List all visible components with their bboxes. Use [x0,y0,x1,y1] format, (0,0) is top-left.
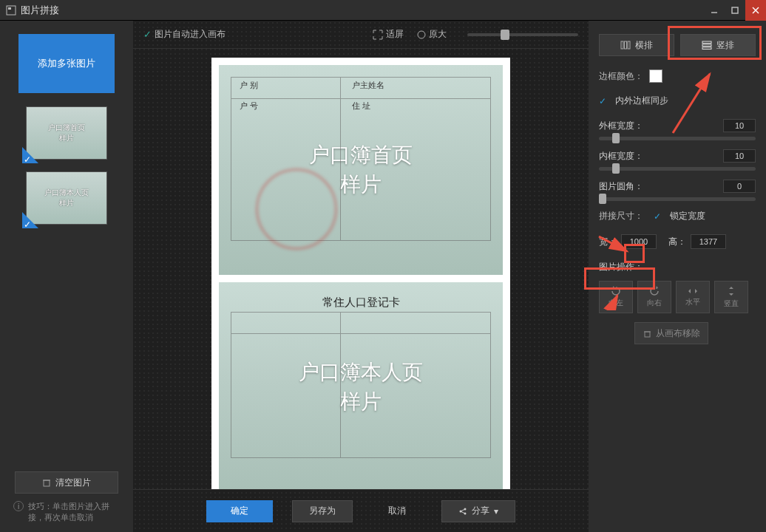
original-size-button[interactable]: 原大 [417,28,447,41]
thumbnail-2-preview: 户口簿本人页 样片 [27,172,106,224]
check-icon [22,147,38,163]
center-toolbar: ✓图片自动进入画布 适屏 原大 [133,21,589,49]
seal-stamp [256,168,337,250]
clear-images-button[interactable]: 清空图片 [15,471,118,494]
height-input[interactable] [691,234,726,249]
ok-button[interactable]: 确定 [206,500,273,522]
svg-rect-14 [621,41,623,49]
svg-rect-1 [8,7,11,10]
size-row: 宽： 高： [599,234,756,249]
circle-icon [417,30,426,39]
right-panel: 横排 竖排 边框颜色： 内外边框同步 外框宽度： 内框宽度： [589,21,766,532]
canvas-area[interactable]: 户 别 户主姓名 户 号 住 址 户口簿首页 样片 常住人口登记卡 户口簿本人页 [133,49,589,489]
center-panel: ✓图片自动进入画布 适屏 原大 户 别 户主姓名 户 号 住 址 户口簿首页 样… [133,21,589,532]
trash-icon [42,478,51,487]
svg-rect-18 [702,44,711,47]
thumbnail-2[interactable]: 户口簿本人页 样片 [26,171,107,225]
remove-from-canvas-button[interactable]: 从画布移除 [634,322,708,344]
center-footer: 确定 另存为 取消 分享 ▾ [133,489,589,532]
inner-width-group: 内框宽度： [599,149,756,171]
svg-rect-17 [702,41,711,44]
fit-screen-button[interactable]: 适屏 [373,28,404,41]
title-bar: 图片拼接 [0,0,766,21]
outer-width-slider[interactable] [599,137,756,140]
svg-rect-16 [628,41,630,49]
rotate-right-button[interactable]: 向右 [637,281,671,313]
fit-icon [373,30,383,40]
stitch-canvas: 户 别 户主姓名 户 号 住 址 户口簿首页 样片 常住人口登记卡 户口簿本人页 [211,58,510,489]
inner-width-input[interactable] [723,149,756,163]
cancel-button[interactable]: 取消 [372,500,422,522]
info-icon: i [13,501,24,511]
document-image-2[interactable]: 常住人口登记卡 户口簿本人页 样片 [219,282,503,489]
share-button[interactable]: 分享 ▾ [441,500,515,522]
thumbnail-1[interactable]: 户口簿首页 样片 [26,106,107,160]
svg-rect-3 [732,7,738,13]
ops-label: 图片操作： [599,261,756,273]
left-panel: 添加多张图片 户口簿首页 样片 户口簿本人页 样片 清空图片 i 技巧：单击图片… [0,21,133,532]
auto-enter-toggle[interactable]: ✓图片自动进入画布 [143,28,226,41]
stitch-size-row: 拼接尺寸： 锁定宽度 [599,210,756,222]
save-as-button[interactable]: 另存为 [292,500,353,522]
svg-point-8 [418,31,425,38]
svg-line-13 [461,511,464,513]
svg-rect-15 [625,41,627,49]
maximize-button[interactable] [725,0,745,21]
app-icon [6,5,16,16]
outer-width-group: 外框宽度： [599,119,756,140]
trash-icon [643,330,651,338]
svg-rect-19 [702,47,711,50]
check-icon [599,96,609,106]
chevron-down-icon: ▾ [494,506,498,516]
rotate-left-button[interactable]: 向左 [599,281,633,313]
tip-text: 技巧：单击图片进入拼接，再次单击取消 [28,501,120,523]
border-color-row: 边框颜色： [599,69,756,83]
layout-vertical-tab[interactable]: 竖排 [680,34,756,56]
width-input[interactable] [621,234,657,249]
tip-row: i 技巧：单击图片进入拼接，再次单击取消 [9,501,124,523]
flip-h-button[interactable]: 水平 [676,281,710,313]
flip-v-button[interactable]: 竖直 [714,281,748,313]
svg-rect-6 [44,480,50,486]
radius-group: 图片圆角： [599,180,756,201]
check-icon: ✓ [143,29,152,40]
close-button[interactable] [745,0,766,21]
check-icon [22,212,38,228]
inner-width-slider[interactable] [599,167,756,171]
thumbnail-1-preview: 户口簿首页 样片 [27,107,106,159]
window-title: 图片拼接 [21,4,59,17]
share-icon [458,507,467,516]
lock-width-checkbox[interactable] [654,211,664,222]
svg-rect-0 [7,6,16,15]
document-image-1[interactable]: 户 别 户主姓名 户 号 住 址 户口簿首页 样片 [219,65,503,275]
sync-border-row[interactable]: 内外边框同步 [599,95,756,107]
border-color-swatch[interactable] [649,69,662,83]
radius-slider[interactable] [599,197,756,201]
add-images-button[interactable]: 添加多张图片 [18,34,115,93]
rows-icon [702,41,712,50]
window-controls [704,0,766,21]
svg-rect-20 [645,332,650,337]
outer-width-input[interactable] [723,119,756,132]
zoom-slider[interactable] [467,33,578,36]
doc2-title: 常住人口登记卡 [219,296,503,310]
slider-thumb[interactable] [501,30,509,40]
layout-horizontal-tab[interactable]: 横排 [599,34,674,56]
columns-icon [620,41,631,50]
minimize-button[interactable] [704,0,725,21]
radius-input[interactable] [723,180,756,193]
svg-line-12 [461,509,464,511]
